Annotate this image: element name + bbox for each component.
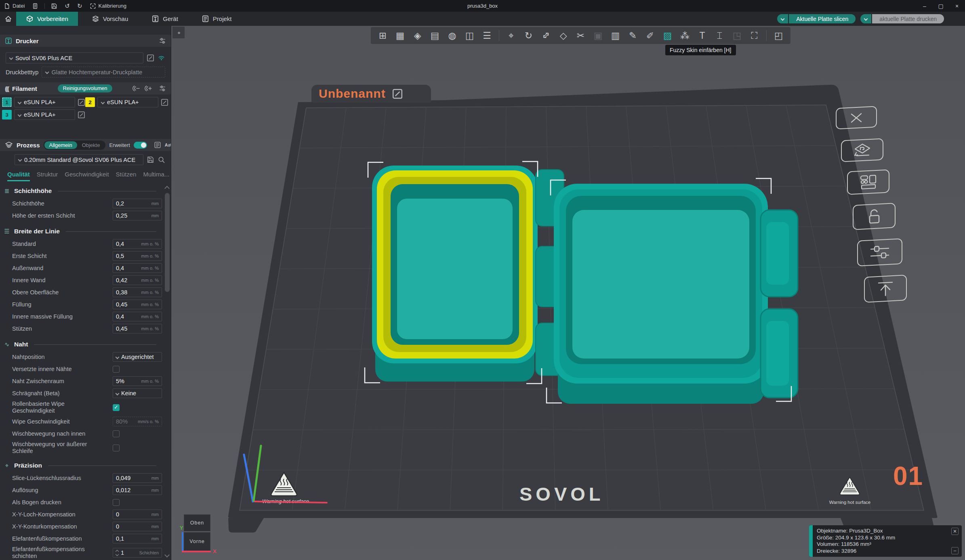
fix-model-icon[interactable]: ⛶ (746, 28, 763, 43)
scope-objects[interactable]: Objekte (77, 141, 105, 149)
split-to-parts-icon[interactable]: ◰ (770, 28, 787, 43)
cut-icon[interactable]: ✂ (572, 28, 589, 43)
param-input[interactable]: 5%mm o. % (113, 376, 162, 386)
sidebar-scrollbar[interactable] (164, 186, 170, 558)
plate-name-tab[interactable]: Unbenannt (311, 85, 431, 103)
arrange-all-icon[interactable]: ▤ (426, 28, 444, 43)
info-minimize-icon[interactable]: – (951, 547, 959, 554)
param-input[interactable]: 0,45mm o. % (113, 300, 162, 309)
printer-settings-icon[interactable] (159, 37, 166, 44)
process-tab-multima[interactable]: Multima... (143, 171, 169, 181)
filament-select-2[interactable]: eSUN PLA+ (97, 97, 158, 107)
add-object-icon[interactable]: ⊞ (374, 28, 391, 43)
plate-settings-button[interactable] (857, 238, 902, 266)
paint-fuzzy-skin-icon[interactable]: ▨ (659, 28, 676, 43)
filament-edit-icon[interactable] (78, 111, 85, 119)
tab-project[interactable]: Projekt (192, 12, 242, 26)
scale-icon[interactable]: ⇕ (534, 24, 557, 47)
filament-settings-icon[interactable] (159, 85, 166, 92)
param-checkbox[interactable] (113, 445, 120, 451)
param-input[interactable]: 0,4mm o. % (113, 239, 162, 249)
filament-edit-icon[interactable] (78, 99, 85, 106)
save-preset-icon[interactable] (147, 156, 154, 164)
preset-select[interactable]: 0.20mm Standard @Sovol SV06 Plus ACE (15, 154, 143, 165)
lock-plate-button[interactable] (853, 203, 896, 230)
preset-list-icon[interactable] (154, 141, 161, 149)
param-input[interactable]: 0,1mm (113, 534, 162, 543)
variable-plates-icon[interactable]: ☰ (478, 28, 496, 43)
add-plate-icon[interactable]: ▦ (391, 28, 409, 43)
save-button[interactable] (47, 0, 61, 12)
stepper-arrows-icon[interactable] (116, 550, 118, 556)
file-menu[interactable]: Datei (0, 0, 28, 12)
param-input[interactable]: 0mm (113, 510, 162, 519)
color-change-icon[interactable]: ⁂ (676, 28, 694, 43)
calibration-button[interactable]: Kalibrierung (86, 0, 130, 12)
minimize-button[interactable]: – (917, 0, 933, 12)
add-filament-icon[interactable] (144, 85, 152, 92)
print-button[interactable]: aktuelle Platte drucken (872, 14, 944, 23)
param-input[interactable]: 0,42mm o. % (113, 275, 162, 285)
wifi-icon[interactable] (158, 54, 165, 62)
auto-orient-all-icon[interactable]: ◈ (409, 28, 426, 43)
param-input[interactable]: 0,012mm (113, 485, 162, 495)
slice-button[interactable]: Aktuelle Platte slicen (789, 14, 856, 23)
add-text-icon[interactable]: T (694, 28, 711, 43)
measure-icon[interactable]: ⌶ (711, 28, 728, 43)
print-dropdown[interactable] (860, 14, 871, 23)
bed-type-select[interactable]: Glatte Hochtemperatur-Druckplatte (42, 67, 165, 78)
filament-color-badge[interactable]: 2 (85, 97, 95, 107)
param-input[interactable]: 0,4mm o. % (113, 312, 162, 321)
tab-device[interactable]: Gerät (142, 12, 188, 26)
home-button[interactable] (0, 12, 16, 26)
param-checkbox[interactable] (113, 430, 120, 437)
compare-presets-icon[interactable]: A⇄B (165, 143, 171, 148)
view-front-face[interactable]: Vorne (184, 532, 210, 551)
param-input[interactable]: 0,38mm o. % (113, 287, 162, 297)
filament-color-badge[interactable]: 1 (2, 97, 12, 107)
slice-dropdown[interactable] (777, 14, 788, 23)
process-tab-qualitt[interactable]: Qualität (7, 171, 30, 181)
view-top-face[interactable]: Oben (184, 514, 210, 531)
flush-volumes-button[interactable]: Reinigungsvolumen (58, 84, 113, 92)
process-tab-struktur[interactable]: Struktur (37, 171, 58, 181)
search-preset-icon[interactable] (158, 156, 165, 164)
filament-select-3[interactable]: eSUN PLA+ (14, 109, 75, 120)
param-checkbox[interactable] (113, 366, 120, 373)
param-stepper[interactable]: 1Schichten (113, 548, 162, 558)
scrollbar-thumb[interactable] (165, 193, 170, 292)
variable-layer-height-icon[interactable]: ▥ (607, 28, 624, 43)
param-input[interactable]: 0mm (113, 522, 162, 531)
process-tab-geschwindigkeit[interactable]: Geschwindigkeit (65, 171, 109, 181)
scroll-down-icon[interactable] (164, 552, 170, 558)
param-input[interactable]: 0,45mm o. % (113, 324, 162, 333)
filament-edit-icon[interactable] (161, 99, 168, 106)
paint-seam-icon[interactable]: ✐ (641, 28, 659, 43)
arrange-plate-button[interactable] (847, 169, 889, 195)
printer-edit-icon[interactable] (147, 54, 154, 62)
info-close-icon[interactable]: ✕ (951, 528, 959, 535)
scroll-up-icon[interactable] (164, 186, 170, 191)
param-input[interactable]: 0,5mm o. % (113, 251, 162, 261)
delete-all-button[interactable] (836, 106, 877, 129)
param-checkbox[interactable] (113, 499, 120, 506)
redo-button[interactable]: ↻ (74, 0, 86, 12)
printer-select[interactable]: Sovol SV06 Plus ACE (6, 52, 143, 63)
param-input[interactable]: 0,25mm (113, 211, 162, 220)
notes-button[interactable] (28, 0, 42, 12)
rotate-icon[interactable]: ↻ (520, 28, 537, 43)
view-gizmo[interactable]: Oben Vorne Y X (184, 514, 210, 551)
auto-orient-plate-button[interactable] (841, 138, 883, 162)
sidebar-collapse-button[interactable]: ‹› (172, 27, 185, 38)
arrange-plates-icon[interactable]: ◍ (444, 28, 461, 43)
advanced-toggle[interactable] (134, 142, 147, 149)
remove-filament-icon[interactable] (132, 85, 140, 92)
plate-rename-icon[interactable] (391, 88, 404, 99)
paint-support-icon[interactable]: ✎ (624, 28, 641, 43)
viewport-3d[interactable]: ‹› ⊞▦◈▤◍◫☰⌖↻⇕◇✂▣▥✎✐▨⁂T⌶◳⛶◰ Fuzzy Skin ei… (172, 26, 965, 560)
scope-global[interactable]: Allgemein (44, 141, 77, 149)
param-input[interactable]: 0,2mm (113, 199, 162, 208)
maximize-button[interactable]: ▢ (933, 0, 949, 12)
tab-prepare[interactable]: Vorbereiten (16, 12, 78, 26)
param-input[interactable]: 0,049mm (113, 473, 162, 483)
